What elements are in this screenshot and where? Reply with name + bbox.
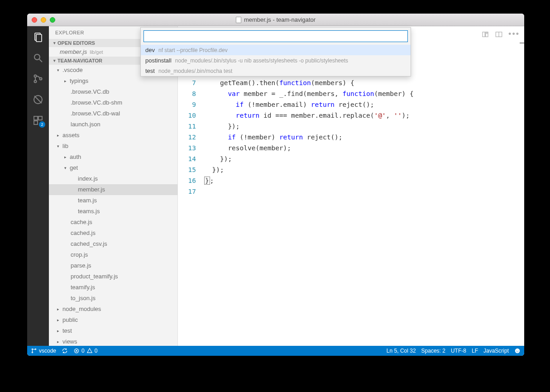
svg-rect-10: [38, 116, 42, 120]
line-gutter: 4567891011121314151617: [178, 42, 204, 346]
tree-file[interactable]: .browse.VC.db-shm: [49, 97, 177, 108]
chevron-icon: ▸: [64, 153, 69, 162]
close-window-button[interactable]: [32, 17, 37, 23]
sync-status[interactable]: [62, 348, 68, 354]
tree-file[interactable]: parse.js: [49, 260, 177, 271]
svg-point-6: [40, 78, 42, 80]
task-picker-item[interactable]: postinstallnode_modules/.bin/stylus -u n…: [141, 55, 411, 66]
sync-icon: [62, 348, 68, 354]
code-editor[interactable]: 4567891011121314151617 module.exports = …: [178, 42, 524, 346]
tree-folder[interactable]: ▸auth: [49, 152, 177, 163]
tree-folder[interactable]: ▸node_modules: [49, 304, 177, 315]
traffic-lights: [32, 17, 55, 23]
tree-file[interactable]: .browse.VC.db: [49, 86, 177, 97]
tree-file[interactable]: member.js: [49, 184, 177, 195]
tree-file[interactable]: index.js: [49, 173, 177, 184]
tree-file[interactable]: to_json.js: [49, 293, 177, 304]
svg-rect-1: [36, 34, 42, 42]
svg-rect-12: [483, 32, 485, 37]
chevron-icon: ▾: [64, 163, 69, 172]
feedback-icon[interactable]: [514, 348, 521, 354]
chevron-down-icon: ▾: [53, 58, 56, 63]
svg-point-17: [32, 349, 33, 349]
svg-point-4: [34, 75, 37, 77]
tree-file[interactable]: product_teamify.js: [49, 271, 177, 282]
chevron-icon: ▸: [57, 131, 62, 140]
chevron-icon: ▸: [57, 316, 62, 325]
extensions-badge: 2: [39, 121, 45, 128]
tree-file[interactable]: crop.js: [49, 249, 177, 260]
warning-icon: [86, 348, 93, 354]
code-content[interactable]: module.exports = function(id) { return c…: [204, 42, 524, 346]
extensions-activity-icon[interactable]: 2: [32, 114, 44, 127]
chevron-icon: ▾: [57, 142, 62, 151]
titlebar: member.js - team-navigator: [27, 14, 524, 26]
indentation-status[interactable]: Spaces: 2: [421, 348, 445, 354]
tree-folder[interactable]: ▸test: [49, 325, 177, 336]
tree-file[interactable]: .browse.VC.db-wal: [49, 108, 177, 119]
tree-file[interactable]: cached_csv.js: [49, 239, 177, 249]
more-actions-icon[interactable]: •••: [508, 29, 520, 39]
svg-rect-11: [34, 121, 38, 124]
scrollbar-marker: [520, 43, 524, 43]
window-title-text: member.js - team-navigator: [244, 16, 316, 23]
eol-status[interactable]: LF: [472, 348, 478, 354]
tree-file[interactable]: launch.json: [49, 119, 177, 130]
svg-point-25: [518, 350, 518, 350]
chevron-icon: ▸: [57, 337, 62, 346]
chevron-icon: ▾: [57, 66, 62, 75]
scm-activity-icon[interactable]: [32, 72, 44, 85]
svg-rect-9: [34, 116, 38, 120]
chevron-icon: ▸: [57, 326, 62, 335]
statusbar: vscode 0 0 Ln 5, Col 32 Spaces: 2 UTF-8 …: [27, 346, 524, 356]
window-title: member.js - team-navigator: [27, 16, 524, 23]
language-status[interactable]: JavaScript: [483, 348, 509, 354]
task-picker-input[interactable]: [143, 30, 408, 42]
svg-point-2: [34, 54, 40, 60]
file-tree: ▾.vscode▸typings.browse.VC.db.browse.VC.…: [49, 65, 177, 346]
svg-point-18: [32, 352, 33, 353]
chevron-icon: ▸: [57, 305, 62, 314]
problems-status[interactable]: 0 0: [73, 348, 97, 354]
svg-point-23: [515, 349, 520, 354]
git-branch-icon: [31, 348, 37, 354]
activity-bar: 2: [27, 26, 49, 346]
search-activity-icon[interactable]: [32, 52, 44, 64]
tree-file[interactable]: cache.js: [49, 217, 177, 228]
tree-file[interactable]: team.js: [49, 195, 177, 206]
split-related-icon[interactable]: [481, 30, 489, 38]
task-picker-item[interactable]: testnode_modules/.bin/mocha test: [141, 66, 411, 76]
error-icon: [73, 348, 80, 354]
chevron-icon: ▸: [64, 76, 69, 86]
tree-file[interactable]: teams.js: [49, 206, 177, 217]
svg-line-3: [39, 59, 42, 62]
split-editor-icon[interactable]: [495, 30, 503, 38]
minimize-window-button[interactable]: [41, 17, 46, 23]
tree-folder[interactable]: ▸public: [49, 315, 177, 325]
tree-folder[interactable]: ▸views: [49, 336, 177, 346]
tree-folder[interactable]: ▸typings: [49, 76, 177, 86]
task-picker-list: devnf start --procfile Procfile.devposti…: [141, 45, 411, 76]
tree-folder[interactable]: ▾get: [49, 163, 177, 173]
file-icon: [236, 17, 241, 23]
explorer-activity-icon[interactable]: [32, 31, 44, 43]
chevron-down-icon: ▾: [53, 41, 56, 45]
svg-line-8: [34, 96, 42, 103]
debug-activity-icon[interactable]: [32, 93, 44, 106]
branch-status[interactable]: vscode: [31, 348, 56, 354]
task-picker-item[interactable]: devnf start --procfile Procfile.dev: [141, 45, 411, 55]
cursor-position[interactable]: Ln 5, Col 32: [387, 348, 416, 354]
svg-point-24: [517, 350, 517, 350]
encoding-status[interactable]: UTF-8: [451, 348, 466, 354]
tree-folder[interactable]: ▾lib: [49, 141, 177, 152]
svg-point-5: [34, 81, 37, 83]
app-window: member.js - team-navigator: [27, 14, 524, 356]
svg-point-14: [486, 32, 488, 33]
task-picker: devnf start --procfile Procfile.devposti…: [140, 27, 411, 76]
tree-folder[interactable]: ▸assets: [49, 130, 177, 141]
tree-file[interactable]: teamify.js: [49, 282, 177, 293]
tree-file[interactable]: cached.js: [49, 228, 177, 239]
zoom-window-button[interactable]: [50, 17, 55, 23]
